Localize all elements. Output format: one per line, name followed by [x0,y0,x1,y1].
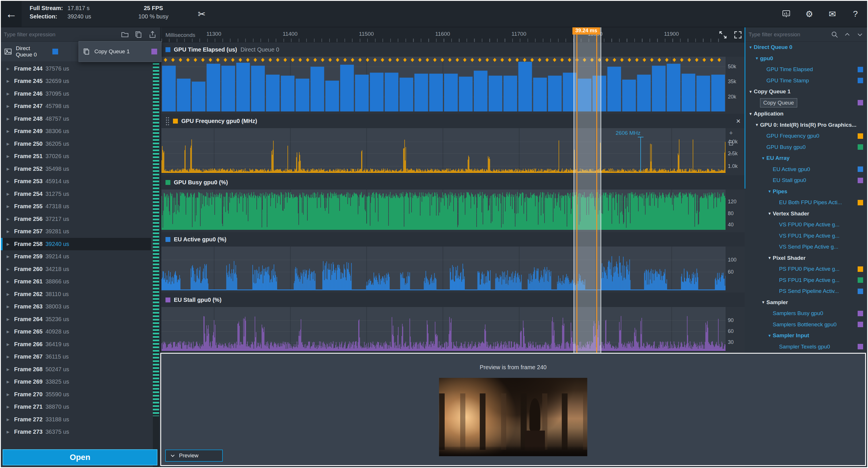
metric-tree-row[interactable]: ▼Pixel Shader [745,253,867,264]
queue-dropdown-item-copy-queue-1[interactable]: Copy Queue 1 [94,48,147,55]
frame-row[interactable]: ▶Frame 26138866 us [1,275,151,288]
export-button[interactable] [148,30,157,39]
frame-row[interactable]: ▶Frame 26540928 us [1,325,151,338]
track-header[interactable]: EU Active gpu0 (%) [161,232,746,246]
metric-tree-row[interactable]: ▼Direct Queue 0 [745,42,867,53]
expand-arrow-icon[interactable]: ▶ [7,267,11,271]
fit-to-view-button[interactable] [733,30,743,40]
expand-arrow-icon[interactable]: ▶ [7,380,11,384]
expand-arrow-icon[interactable]: ▶ [7,317,11,321]
search-button[interactable] [830,30,839,39]
expand-arrow-icon[interactable]: ▶ [7,417,11,421]
settings-button[interactable]: ⚙ [800,4,819,23]
metric-color-swatch[interactable] [858,133,863,139]
metric-tree-row[interactable]: PS Send Pipeline Activ... [745,286,867,297]
frame-row[interactable]: ▶Frame 27336375 us [1,426,151,438]
zoom-in-button[interactable]: + [727,129,735,137]
scrollbar-thumb[interactable] [153,56,159,416]
frame-row[interactable]: ▶Frame 25345914 us [1,175,151,188]
tree-expand-icon[interactable]: ▼ [754,123,760,127]
expand-arrow-icon[interactable]: ▶ [7,304,11,309]
expand-arrow-icon[interactable]: ▶ [7,79,11,83]
metric-color-swatch[interactable] [858,144,863,150]
gpu-frequency-chart[interactable] [161,128,725,173]
frame-row[interactable]: ▶Frame 25739281 us [1,225,151,238]
metric-color-swatch[interactable] [858,67,863,72]
expand-arrow-icon[interactable]: ▶ [7,280,11,284]
tree-expand-icon[interactable]: ▼ [766,256,773,260]
metric-tree-row[interactable]: VS Send Pipe Active g... [745,241,867,253]
tree-expand-icon[interactable]: ▼ [747,112,754,116]
copy-queue-color-swatch[interactable] [151,49,157,54]
frame-row[interactable]: ▶Frame 24437576 us [1,62,151,75]
report-button[interactable] [777,4,796,23]
frame-row[interactable]: ▶Frame 27233188 us [1,413,151,426]
expand-arrow-icon[interactable]: ▶ [7,217,11,221]
expand-arrow-icon[interactable]: ▶ [7,154,11,158]
metric-tree-row[interactable]: ▼GPU 0: Intel(R) Iris(R) Pro Graphics... [745,119,867,131]
metric-color-swatch[interactable] [858,322,863,327]
frame-row[interactable]: ▶Frame 25637217 us [1,213,151,226]
tree-expand-icon[interactable]: ▼ [747,90,754,94]
metric-tree-row[interactable]: VS FPU0 Pipe Active g... [745,219,867,230]
expand-arrow-icon[interactable]: ▶ [7,179,11,183]
copy-view-button[interactable] [134,30,144,39]
open-folder-button[interactable] [120,30,130,39]
expand-arrow-icon[interactable]: ▶ [7,229,11,234]
expand-arrow-icon[interactable]: ▶ [7,92,11,96]
metric-color-swatch[interactable] [858,311,863,316]
metric-color-swatch[interactable] [858,200,863,205]
expand-arrow-icon[interactable]: ▶ [7,354,11,359]
metric-tree-row[interactable]: ▼Sampler [745,297,867,308]
metric-color-swatch[interactable] [858,289,863,294]
frame-row[interactable]: ▶Frame 25547318 us [1,200,151,213]
tree-expand-icon[interactable]: ▼ [766,333,773,338]
metric-tree-row[interactable]: ▼Copy Queue 1 [745,86,867,97]
timeline-ruler[interactable]: Milliseconds 113001140011500116001170011… [161,27,746,42]
frame-row[interactable]: ▶Frame 24532659 us [1,75,151,88]
metric-tree-row[interactable]: EU Active gpu0 [745,164,867,175]
metric-tree-row[interactable]: GPU Busy gpu0 [745,142,867,153]
frame-row[interactable]: ▶Frame 26435236 us [1,313,151,326]
expand-arrow-icon[interactable]: ▶ [7,129,11,133]
metric-tree-row[interactable]: ▼gpu0 [745,53,867,64]
frame-row[interactable]: ▶Frame 25431275 us [1,188,151,200]
metric-tree-row[interactable]: GPU Time Stamp [745,75,867,86]
expand-arrow-icon[interactable]: ▶ [7,342,11,347]
metric-color-swatch[interactable] [858,266,863,272]
metric-tree-row[interactable]: PS FPU1 Pipe Active g... [745,275,867,286]
help-button[interactable]: ? [846,4,865,23]
frame-row[interactable]: ▶Frame 26636419 us [1,338,151,351]
metric-tree-row[interactable]: ▼Sampler Input [745,330,867,341]
metric-tree-row[interactable]: ▼EU Array [745,153,867,164]
track-header[interactable]: GPU Busy gpu0 (%) [161,175,746,189]
expand-arrow-icon[interactable]: ▶ [7,242,11,246]
frame-filter-input[interactable] [4,30,116,39]
expand-arrow-icon[interactable]: ▶ [7,167,11,171]
metric-tree-row[interactable]: ▼Application [745,108,867,119]
expand-arrow-icon[interactable]: ▶ [7,192,11,196]
metrics-filter-input[interactable] [749,30,827,39]
expand-arrow-icon[interactable]: ▶ [7,392,11,397]
metric-tree-row[interactable]: ▼Vertex Shader [745,208,867,220]
frame-row[interactable]: ▶Frame 24848757 us [1,113,151,125]
frame-row[interactable]: ▶Frame 26338003 us [1,300,151,313]
cut-selection-button[interactable]: ✂ [193,5,210,23]
open-button[interactable]: Open [3,449,157,465]
frame-row[interactable]: ▶Frame 25839240 us [1,238,151,251]
find-previous-button[interactable] [842,30,852,39]
tree-expand-icon[interactable]: ▼ [754,56,760,60]
expand-arrow-icon[interactable]: ▶ [7,117,11,121]
frame-row[interactable]: ▶Frame 26850247 us [1,363,151,376]
track-header[interactable]: GPU Time Elapsed (us) Direct Queue 0 [161,42,746,57]
tree-expand-icon[interactable]: ▼ [760,156,766,160]
track-header[interactable]: EU Stall gpu0 (%) [161,293,746,307]
eu-stall-chart[interactable] [161,307,725,351]
metric-color-swatch[interactable] [858,344,863,349]
frame-row[interactable]: ▶Frame 25036205 us [1,138,151,150]
expand-arrow-icon[interactable]: ▶ [7,142,11,146]
frame-row[interactable]: ▶Frame 25939214 us [1,250,151,263]
metric-tree-row[interactable]: VS FPU1 Pipe Active g... [745,230,867,242]
metric-color-swatch[interactable] [858,100,863,106]
expand-arrow-icon[interactable]: ▶ [7,367,11,372]
